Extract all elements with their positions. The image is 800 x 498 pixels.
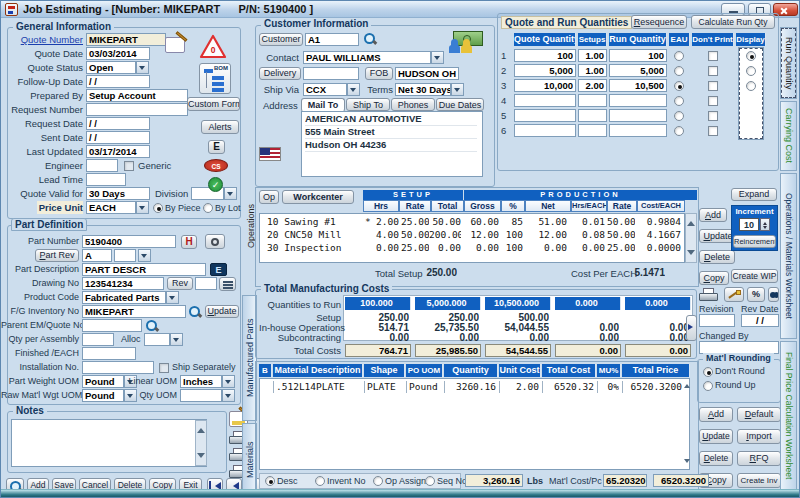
product-code-dropdown[interactable] [166,291,179,304]
price-unit-dropdown[interactable] [136,201,149,214]
expand-button[interactable]: Expand [731,188,777,201]
terms-dropdown[interactable] [451,83,464,96]
part-rev-button[interactable]: Part Rev [35,249,79,262]
prepared-by-field[interactable]: Setup Account [86,89,188,102]
quote-qty-2[interactable]: 5,000 [514,64,576,77]
workcenter-button[interactable]: Workcenter [282,190,354,204]
matl-rfq-button[interactable]: RFQ [737,451,781,466]
linear-uom-dropdown[interactable] [222,375,235,388]
request-date-field[interactable]: / / [86,117,150,130]
contact-field[interactable]: PAUL WILLIAMS [303,51,431,64]
customer-field[interactable]: A1 [305,33,359,46]
setups-2[interactable]: 1.00 [578,64,607,77]
op-name-3[interactable]: 30 Inspection [267,242,361,254]
part-rev-dropdown[interactable] [138,249,151,262]
binoculars-icon[interactable] [768,287,779,302]
dont-print-checkbox-2[interactable] [708,66,718,76]
customer-search-icon[interactable] [363,32,377,46]
ship-separately-checkbox[interactable] [159,363,169,373]
cs-icon[interactable]: CS [204,159,228,172]
fob-field[interactable]: HUDSON OH [395,67,459,80]
run-qty-5[interactable] [609,109,667,122]
last-updated-field[interactable]: 03/17/2014 [86,145,150,158]
filter-desc-radio[interactable] [265,476,275,486]
matl-delete-button[interactable]: Delete [699,451,733,466]
increment-spinner[interactable] [760,218,770,231]
rev-button[interactable]: Rev [167,277,193,290]
display-radio-2[interactable] [746,66,756,76]
delivery-field[interactable] [303,67,359,80]
email-icon[interactable]: E [208,140,225,154]
mfg-qty-2[interactable]: 5,000.000 [415,297,481,310]
money-people-icon[interactable] [449,31,483,53]
dont-print-checkbox-5[interactable] [708,111,718,121]
matl-add-button[interactable]: Add [699,407,733,422]
setups-5[interactable] [578,109,607,122]
setups-6[interactable] [578,124,607,137]
tab-final-price-worksheet[interactable]: Final Price Calculation Worksheet [780,341,797,491]
filter-op-assign-radio[interactable] [373,476,383,486]
ship-via-field[interactable]: CCX [303,83,347,96]
edit-description-icon[interactable]: E [210,263,227,276]
setups-1[interactable]: 1.00 [578,49,607,62]
revision-field[interactable] [699,314,735,327]
run-qty-2[interactable]: 5,000 [609,64,667,77]
by-piece-radio[interactable] [153,203,163,213]
tab-ship-to[interactable]: Ship To [346,98,390,111]
tab-carrying-cost[interactable]: Carrying Cost [780,101,797,171]
quote-status-dropdown[interactable] [136,61,149,74]
ops-add-button[interactable]: Add [699,208,727,222]
broom-icon[interactable] [724,287,744,302]
check-icon[interactable]: ✓ [208,177,223,192]
product-code-field[interactable]: Fabricated Parts [82,291,166,304]
ship-via-dropdown[interactable] [347,83,360,96]
qty-uom-field[interactable] [180,389,222,402]
qty-assembly-field[interactable] [82,333,114,346]
quote-status-field[interactable]: Open [86,61,136,74]
mfg-qty-5[interactable]: 0.000 [625,297,691,310]
mat-desc-1[interactable]: .512L14PLATE [273,381,361,393]
list-icon[interactable] [219,277,236,291]
delivery-button[interactable]: Delivery [259,67,301,80]
eau-radio-1[interactable] [674,51,684,61]
resequence-button[interactable]: Resequence [631,15,687,29]
fg-inventory-field[interactable]: MIKEPART [82,305,186,318]
calculate-run-qty-button[interactable]: Calculate Run Qty [691,15,775,29]
eau-radio-2[interactable] [674,66,684,76]
sent-date-field[interactable]: / / [86,131,150,144]
mfg-qty-4[interactable]: 0.000 [555,297,621,310]
tab-run-quantity[interactable]: Run Quantity [780,27,797,99]
display-radio-1[interactable] [746,51,756,61]
quote-qty-3[interactable]: 10,000 [514,79,576,92]
quote-qty-5[interactable] [514,109,576,122]
drawing-rev-field[interactable] [195,277,217,290]
part-weight-uom-field[interactable]: Pound [82,375,124,388]
quote-date-field[interactable]: 03/03/2014 [86,47,150,60]
tab-due-dates[interactable]: Due Dates [436,98,484,111]
filter-seq-radio[interactable] [425,476,435,486]
ops-copy-button[interactable]: Copy [699,271,729,285]
tab-phones[interactable]: Phones [391,98,435,111]
op-name-1[interactable]: 10 Sawing #1 [267,216,361,228]
quote-number-label[interactable]: Quote Number [3,33,83,46]
eau-radio-6[interactable] [674,126,684,136]
dont-print-checkbox-3[interactable] [708,81,718,91]
alloc-dropdown[interactable] [170,333,183,346]
display-radio-3[interactable] [746,81,756,91]
request-number-field[interactable] [86,103,188,116]
lead-time-field[interactable] [86,173,126,186]
installation-field[interactable] [82,361,154,374]
filter-invent-radio[interactable] [315,476,325,486]
matl-create-inv-button[interactable]: Create Inv [737,473,781,488]
alerts-button[interactable]: Alerts [201,120,239,134]
materials-scroll-down[interactable] [684,459,690,466]
matl-import-button[interactable]: Import [737,429,781,444]
run-qty-3[interactable]: 10,500 [609,79,667,92]
alloc-field[interactable] [144,333,170,346]
percent-icon[interactable]: % [747,287,765,302]
setups-4[interactable] [578,94,607,107]
ops-delete-button[interactable]: Delete [699,250,735,264]
terms-field[interactable]: Net 30 Days [395,83,451,96]
tab-mail-to[interactable]: Mail To [301,98,345,112]
ring-icon[interactable] [205,234,225,249]
